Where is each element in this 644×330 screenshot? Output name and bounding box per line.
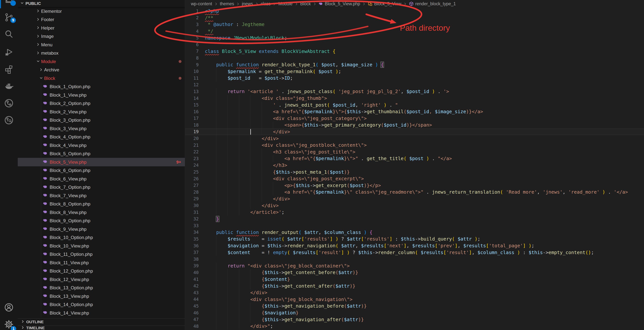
code-line-7[interactable]: 7class Block_5_View extends BlockViewAbs… bbox=[185, 48, 644, 55]
line-number[interactable]: 43 bbox=[185, 290, 199, 295]
code-line-34[interactable]: 34 public function render_output( $attr,… bbox=[185, 229, 644, 236]
code-area[interactable]: 1<?php2/**3 * @author : Jegtheme4 */5nam… bbox=[185, 8, 644, 330]
sidebar-file-block_9_option[interactable]: Block_9_Option.php bbox=[18, 217, 185, 225]
sidebar-file-block_12_option[interactable]: Block_12_Option.php bbox=[18, 267, 185, 275]
line-number[interactable]: 20 bbox=[185, 136, 199, 141]
code-line-2[interactable]: 2/** bbox=[185, 14, 644, 21]
code-line-21[interactable]: 21 <div class=\"jeg_postblock_content\"> bbox=[185, 142, 644, 149]
sidebar-file-block_3_option[interactable]: Block_3_Option.php bbox=[18, 116, 185, 125]
code-line-18[interactable]: 18 <span>{$this->get_primary_category($p… bbox=[185, 122, 644, 129]
line-number[interactable]: 39 bbox=[185, 263, 199, 268]
code-line-9[interactable]: 9 public function render_block_type_1( $… bbox=[185, 61, 644, 68]
code-line-36[interactable]: 36 $navigation = $this->render_navigatio… bbox=[185, 242, 644, 249]
line-number[interactable]: 45 bbox=[185, 304, 199, 309]
line-number[interactable]: 22 bbox=[185, 149, 199, 154]
code-line-8[interactable]: 8 bbox=[185, 55, 644, 61]
sidebar-file-block_7_view[interactable]: Block_7_View.php bbox=[18, 191, 185, 200]
line-number[interactable]: 28 bbox=[185, 190, 199, 194]
code-line-1[interactable]: 1<?php bbox=[185, 8, 644, 14]
line-number[interactable]: 12 bbox=[185, 82, 199, 87]
breadcrumb-item-module[interactable]: Module bbox=[278, 1, 292, 6]
breadcrumb-item-block_5_view[interactable]: Block_5_View bbox=[368, 1, 401, 6]
line-number[interactable]: 42 bbox=[185, 284, 199, 288]
sidebar-folder-block[interactable]: Block bbox=[18, 74, 185, 82]
code-line-4[interactable]: 4 */ bbox=[185, 28, 644, 35]
sidebar-file-block_5_option[interactable]: Block_5_Option.php bbox=[18, 150, 185, 158]
code-line-17[interactable]: 17 <div class=\"jeg_post_category\"> bbox=[185, 115, 644, 122]
activitybar-search-button[interactable] bbox=[0, 27, 18, 41]
line-number[interactable]: 35 bbox=[185, 237, 199, 241]
code-line-28[interactable]: 28 <a href=\"{$permalink}\" class=\"jeg_… bbox=[185, 189, 644, 195]
sidebar-file-block_8_option[interactable]: Block_8_Option.php bbox=[18, 200, 185, 208]
sidebar-file-block_4_view[interactable]: Block_4_View.php bbox=[18, 141, 185, 150]
line-number[interactable]: 47 bbox=[185, 317, 199, 322]
line-number[interactable]: 34 bbox=[185, 230, 199, 235]
code-line-30[interactable]: 30 </div> bbox=[185, 202, 644, 209]
line-number[interactable]: 23 bbox=[185, 156, 199, 161]
activitybar-commit-graph-button[interactable] bbox=[0, 96, 18, 110]
sidebar-folder-menu[interactable]: Menu bbox=[18, 40, 185, 49]
line-number[interactable]: 19 bbox=[185, 129, 199, 134]
code-line-14[interactable]: 14 <div class="jeg_thumb"> bbox=[185, 95, 644, 102]
code-line-45[interactable]: 45 {$this->get_navigation_before($attr)} bbox=[185, 303, 644, 310]
sidebar-file-block_3_view[interactable]: Block_3_View.php bbox=[18, 124, 185, 133]
line-number[interactable]: 1 bbox=[185, 9, 199, 13]
line-number[interactable]: 5 bbox=[185, 35, 199, 40]
line-number[interactable]: 31 bbox=[185, 210, 199, 215]
code-line-11[interactable]: 11 $post_id = $post->ID; bbox=[185, 75, 644, 82]
sidebar-file-block_1_view[interactable]: Block_1_View.php bbox=[18, 91, 185, 99]
line-number[interactable]: 40 bbox=[185, 270, 199, 275]
code-line-25[interactable]: 25 {$this->post_meta_1($post)} bbox=[185, 168, 644, 175]
sidebar-file-block_2_option[interactable]: Block_2_Option.php bbox=[18, 99, 185, 108]
code-line-27[interactable]: 27 <p>{$this->get_excerpt($post)}</p> bbox=[185, 182, 644, 189]
code-line-13[interactable]: 13 return '<article ' . jnews_post_class… bbox=[185, 88, 644, 95]
sidebar-file-block_10_view[interactable]: Block_10_View.php bbox=[18, 242, 185, 250]
line-number[interactable]: 38 bbox=[185, 257, 199, 262]
sidebar-file-block_8_view[interactable]: Block_8_View.php bbox=[18, 208, 185, 217]
line-number[interactable]: 21 bbox=[185, 143, 199, 148]
sidebar-file-block_13_option[interactable]: Block_13_Option.php bbox=[18, 284, 185, 292]
sidebar-file-block_1_option[interactable]: Block_1_Option.php bbox=[18, 82, 185, 91]
code-line-26[interactable]: 26 <div class=\"jeg_post_excerpt\"> bbox=[185, 175, 644, 182]
line-number[interactable]: 8 bbox=[185, 56, 199, 60]
line-number[interactable]: 36 bbox=[185, 243, 199, 248]
line-number[interactable]: 29 bbox=[185, 196, 199, 201]
sidebar-folder-metabox[interactable]: metabox bbox=[18, 49, 185, 57]
code-line-37[interactable]: 37 $content = ! empty( $results['result'… bbox=[185, 249, 644, 256]
breadcrumb-item-block_5_view.php[interactable]: Block_5_View.php bbox=[318, 1, 360, 6]
sidebar-file-block_7_option[interactable]: Block_7_Option.php bbox=[18, 183, 185, 191]
line-number[interactable]: 24 bbox=[185, 163, 199, 168]
sidebar-folder-helper[interactable]: Helper bbox=[18, 24, 185, 32]
line-number[interactable]: 10 bbox=[185, 69, 199, 74]
activitybar-search-commits-button[interactable] bbox=[0, 113, 18, 127]
code-line-35[interactable]: 35 $results = isset( $attr['results'] ) … bbox=[185, 236, 644, 242]
line-number[interactable]: 27 bbox=[185, 183, 199, 188]
sidebar-file-block_13_view[interactable]: Block_13_View.php bbox=[18, 292, 185, 301]
code-line-43[interactable]: 43 </div> bbox=[185, 289, 644, 296]
outline-panel-header[interactable]: OUTLINE bbox=[18, 318, 185, 325]
activitybar-docker-button[interactable] bbox=[0, 79, 18, 92]
code-line-48[interactable]: 48 </div>"; bbox=[185, 323, 644, 330]
code-line-5[interactable]: 5namespace JNews\Module\Block; bbox=[185, 34, 644, 41]
line-number[interactable]: 25 bbox=[185, 169, 199, 174]
code-line-44[interactable]: 44 <div class=\"jeg_block_navigation\"> bbox=[185, 296, 644, 303]
breadcrumb-item-themes[interactable]: themes bbox=[220, 1, 234, 6]
code-line-32[interactable]: 32 } bbox=[185, 215, 644, 222]
code-line-39[interactable]: 39 return "<div class=\"jeg_block_contai… bbox=[185, 263, 644, 269]
code-line-47[interactable]: 47 {$this->get_navigation_after($attr)} bbox=[185, 316, 644, 323]
activitybar-run-and-debug-button[interactable] bbox=[0, 46, 18, 59]
breadcrumb-item-block[interactable]: Block bbox=[300, 1, 311, 6]
breadcrumb-item-jnews[interactable]: jnews bbox=[242, 1, 253, 6]
timeline-panel-header[interactable]: TIMELINE bbox=[18, 326, 185, 330]
activitybar-extensions-button[interactable] bbox=[0, 63, 18, 76]
sidebar-file-block_11_view[interactable]: Block_11_View.php bbox=[18, 258, 185, 267]
code-line-42[interactable]: 42 {$this->get_content_after($attr)} bbox=[185, 283, 644, 289]
breadcrumb-item-class[interactable]: class bbox=[261, 1, 270, 6]
sidebar-file-block_5_view[interactable]: Block_5_View.php9+ bbox=[18, 158, 185, 166]
code-line-10[interactable]: 10 $permalink = get_the_permalink( $post… bbox=[185, 68, 644, 75]
sidebar-file-block_14_view[interactable]: Block_14_View.php bbox=[18, 309, 185, 317]
sidebar-folder-archive[interactable]: Archive bbox=[18, 66, 185, 74]
line-number[interactable]: 14 bbox=[185, 96, 199, 101]
code-line-19[interactable]: 19 </div> bbox=[185, 129, 644, 135]
sidebar-file-block_11_option[interactable]: Block_11_Option.php bbox=[18, 250, 185, 259]
